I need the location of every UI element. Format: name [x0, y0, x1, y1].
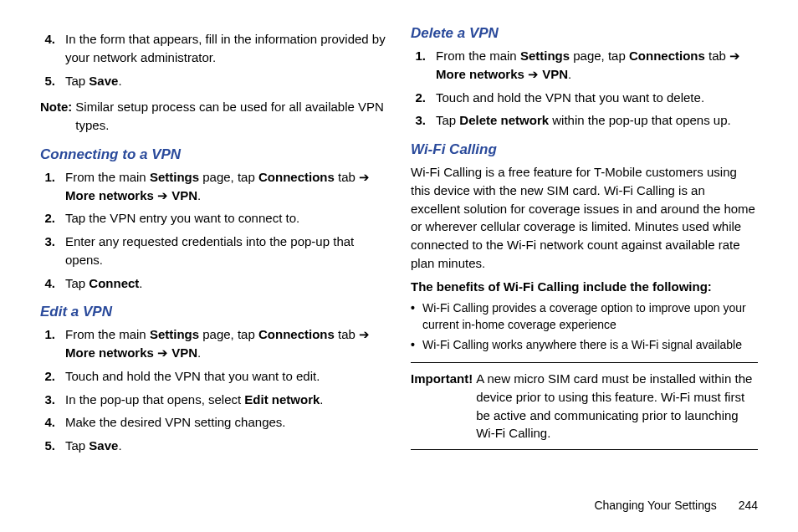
- step-text: From the main Settings page, tap Connect…: [65, 325, 387, 362]
- step-text: Tap Save.: [65, 437, 387, 455]
- step-number: 4.: [40, 413, 65, 432]
- step-number: 2.: [40, 367, 65, 386]
- step-text: In the form that appears, fill in the in…: [65, 30, 387, 67]
- note-block: Note: Similar setup process can be used …: [40, 98, 387, 135]
- bullet-text: Wi-Fi Calling works anywhere there is a …: [422, 337, 742, 354]
- wifi-calling-paragraph: Wi-Fi Calling is a free feature for T-Mo…: [411, 163, 758, 273]
- benefits-list: • Wi-Fi Calling provides a coverage opti…: [411, 300, 758, 354]
- delete-steps-list: 1. From the main Settings page, tap Conn…: [411, 47, 758, 130]
- step-text: From the main Settings page, tap Connect…: [65, 168, 387, 205]
- step-text: In the pop-up that opens, select Edit ne…: [65, 391, 387, 409]
- step-number: 5.: [40, 72, 65, 90]
- list-item: 5. Tap Save.: [40, 72, 387, 90]
- important-text: A new micro SIM card must be installed w…: [476, 370, 758, 442]
- list-item: • Wi-Fi Calling provides a coverage opti…: [411, 300, 758, 333]
- divider: [411, 449, 758, 450]
- bullet-text: Wi-Fi Calling provides a coverage option…: [422, 300, 758, 333]
- list-item: 4. Make the desired VPN setting changes.: [40, 413, 387, 432]
- note-text: Similar setup process can be used for al…: [75, 98, 387, 135]
- left-column: 4. In the form that appears, fill in the…: [40, 25, 387, 463]
- step-text: Touch and hold the VPN that you want to …: [436, 89, 758, 107]
- step-number: 3.: [40, 233, 65, 269]
- benefits-heading: The benefits of Wi-Fi Calling include th…: [411, 278, 758, 296]
- list-item: 4. In the form that appears, fill in the…: [40, 30, 387, 67]
- step-number: 4.: [40, 274, 65, 293]
- step-number: 1.: [40, 168, 65, 205]
- step-text: Tap Connect.: [65, 274, 387, 293]
- right-column: Delete a VPN 1. From the main Settings p…: [411, 25, 758, 463]
- list-item: 3. In the pop-up that opens, select Edit…: [40, 391, 387, 409]
- list-item: 4. Tap Connect.: [40, 274, 387, 293]
- heading-wifi-calling: Wi-Fi Calling: [411, 141, 758, 158]
- page-footer: Changing Your Settings 244: [594, 499, 758, 512]
- step-number: 1.: [411, 47, 436, 84]
- list-item: • Wi-Fi Calling works anywhere there is …: [411, 337, 758, 354]
- step-number: 1.: [40, 325, 65, 362]
- footer-section: Changing Your Settings: [594, 499, 716, 512]
- connect-steps-list: 1. From the main Settings page, tap Conn…: [40, 168, 387, 293]
- list-item: 3. Tap Delete network within the pop-up …: [411, 111, 758, 130]
- step-text: Tap the VPN entry you want to connect to…: [65, 209, 387, 228]
- bullet-icon: •: [411, 337, 422, 354]
- list-item: 3. Enter any requested credentials into …: [40, 233, 387, 269]
- heading-edit-vpn: Edit a VPN: [40, 304, 387, 320]
- divider: [411, 362, 758, 363]
- footer-page-number: 244: [739, 499, 758, 512]
- step-text: Tap Save.: [65, 72, 387, 90]
- step-text: From the main Settings page, tap Connect…: [436, 47, 758, 84]
- list-item: 2. Tap the VPN entry you want to connect…: [40, 209, 387, 228]
- list-item: 2. Touch and hold the VPN that you want …: [411, 89, 758, 107]
- continued-steps-list: 4. In the form that appears, fill in the…: [40, 30, 387, 90]
- step-text: Make the desired VPN setting changes.: [65, 413, 387, 432]
- bullet-icon: •: [411, 300, 422, 333]
- step-text: Touch and hold the VPN that you want to …: [65, 367, 387, 386]
- step-number: 4.: [40, 30, 65, 67]
- step-number: 5.: [40, 437, 65, 455]
- step-text: Tap Delete network within the pop-up tha…: [436, 111, 758, 130]
- step-number: 3.: [411, 111, 436, 130]
- important-label: Important!: [411, 370, 476, 442]
- list-item: 2. Touch and hold the VPN that you want …: [40, 367, 387, 386]
- step-number: 2.: [40, 209, 65, 228]
- step-number: 3.: [40, 391, 65, 409]
- list-item: 1. From the main Settings page, tap Conn…: [411, 47, 758, 84]
- important-block: Important! A new micro SIM card must be …: [411, 370, 758, 442]
- heading-connecting-vpn: Connecting to a VPN: [40, 146, 387, 163]
- note-label: Note:: [40, 98, 75, 135]
- heading-delete-vpn: Delete a VPN: [411, 25, 758, 42]
- edit-steps-list: 1. From the main Settings page, tap Conn…: [40, 325, 387, 455]
- list-item: 1. From the main Settings page, tap Conn…: [40, 325, 387, 362]
- list-item: 5. Tap Save.: [40, 437, 387, 455]
- step-text: Enter any requested credentials into the…: [65, 233, 387, 269]
- list-item: 1. From the main Settings page, tap Conn…: [40, 168, 387, 205]
- step-number: 2.: [411, 89, 436, 107]
- document-page: 4. In the form that appears, fill in the…: [0, 0, 798, 505]
